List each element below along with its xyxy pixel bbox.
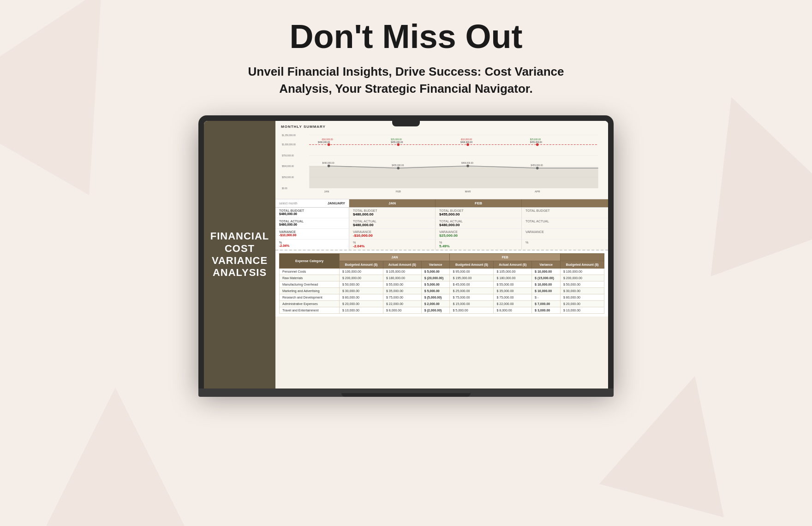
jan-variance-label: VARAIANCE xyxy=(353,230,431,233)
feb-budget-cell: $ 195,000.00 xyxy=(450,275,494,281)
feb-variance-cell: $ 10,000.00 xyxy=(532,281,561,287)
expense-table-section: Expense Category JAN FEB Budgeted Amount… xyxy=(275,251,608,317)
extra-budget-label: TOTAL BUDGET xyxy=(525,209,604,212)
jan-budget-value: $480,000.00 xyxy=(353,212,431,216)
feb-actual-cell: $ 55,000.00 xyxy=(494,281,532,287)
summary-data-row-3: VARIANCE -$10,000.00 VARAIANCE -$10,000.… xyxy=(275,229,608,239)
jan-actual-cell: $ 35,000.00 xyxy=(383,287,421,294)
svg-text:$750,000.00: $750,000.00 xyxy=(282,155,294,157)
expense-table-body: Personnel Costs $ 100,000.00 $ 105,000.0… xyxy=(280,268,604,313)
left-budget-value: $480,000.00 xyxy=(279,212,345,215)
jan-budget-cell: $ 80,000.00 xyxy=(340,294,383,300)
left-pct-label: % xyxy=(279,241,345,244)
feb-variance-col: Variance xyxy=(532,261,561,268)
svg-text:FEB: FEB xyxy=(396,190,401,193)
selected-month: JANUARY xyxy=(328,201,345,205)
svg-text:$455,000.00: $455,000.00 xyxy=(530,141,542,143)
jan-budget-cell: $ 100,000.00 xyxy=(340,268,383,275)
summary-data-row-1: TOTAL BUDGET $480,000.00 TOTAL BUDGET $4… xyxy=(275,208,608,218)
extra-col-header xyxy=(560,253,604,261)
extra-budget-cell: $ 30,000.00 xyxy=(560,287,604,294)
jan-budget-label: TOTAL BUDGET xyxy=(353,209,431,212)
feb-budget-cell: $ 25,000.00 xyxy=(450,287,494,294)
jan-actual-value: $480,000.00 xyxy=(353,223,431,227)
svg-text:$490,000.00: $490,000.00 xyxy=(318,141,330,143)
feb-actual-cell: TOTAL ACTUAL $480,000.00 xyxy=(436,218,522,229)
extra-budget-cell: $ 100,000.00 xyxy=(560,268,604,275)
feb-budget-cell: $ 15,000.00 xyxy=(450,300,494,307)
laptop-device: FINANCIALCOSTVARIANCEANALYSIS MONTHLY SU… xyxy=(198,115,614,397)
jan-variance-value: -$10,000.00 xyxy=(353,233,431,238)
jan-actual-cell: $ 8,000.00 xyxy=(383,307,421,313)
feb-actual-value: $480,000.00 xyxy=(439,223,518,227)
left-variance-label: VARIANCE xyxy=(279,230,345,233)
svg-text:$25,000.00: $25,000.00 xyxy=(530,138,541,141)
left-actual-cell: TOTAL ACTUAL $480,000.00 xyxy=(275,218,349,229)
extra-pct-cell: % xyxy=(522,239,608,250)
svg-text:$500,000.00: $500,000.00 xyxy=(282,165,294,167)
svg-point-23 xyxy=(397,143,400,146)
report-title: FINANCIALCOSTVARIANCEANALYSIS xyxy=(210,230,269,279)
extra-budget-cell: $ 80,000.00 xyxy=(560,294,604,300)
jan-budget-cell: $ 10,000.00 xyxy=(340,307,383,313)
svg-marker-13 xyxy=(309,166,598,188)
feb-actual-cell: $ 8,000.00 xyxy=(494,307,532,313)
extra-pct-label: % xyxy=(525,241,604,244)
jan-pct-value: -2.04% xyxy=(353,244,431,248)
left-pct-cell: % -2.04% xyxy=(275,239,349,250)
chart-area: MONTHLY SUMMARY $1,250,000.00 $1,000,000… xyxy=(275,121,608,199)
svg-text:JAN: JAN xyxy=(324,190,329,193)
category-cell: Manufacturing Overhead xyxy=(280,281,340,287)
jan-actual-cell: TOTAL ACTUAL $480,000.00 xyxy=(349,218,436,229)
svg-text:-$10,000.00: -$10,000.00 xyxy=(322,138,333,141)
feb-variance-label: VARAIANCE xyxy=(439,230,518,233)
chart-title: MONTHLY SUMMARY xyxy=(281,125,603,129)
right-panel: MONTHLY SUMMARY $1,250,000.00 $1,000,000… xyxy=(275,121,608,389)
category-cell: Marketing and Advertising xyxy=(280,287,340,294)
svg-text:$455,000.00: $455,000.00 xyxy=(392,164,404,167)
monthly-chart: $1,250,000.00 $1,000,000.00 $750,000.00 … xyxy=(281,131,603,195)
bg-decoration-3 xyxy=(46,388,185,526)
table-row: Travel and Entertainment $ 10,000.00 $ 8… xyxy=(280,307,604,313)
feb-variance-cell: VARAIANCE $25,000.00 xyxy=(436,229,522,239)
feb-actual-cell: $ 180,000.00 xyxy=(494,275,532,281)
feb-pct-cell: % 5.49% xyxy=(436,239,522,250)
svg-text:APR: APR xyxy=(535,190,540,193)
svg-point-14 xyxy=(328,165,330,167)
jan-budget-cell: $ 200,000.00 xyxy=(340,275,383,281)
category-cell: Travel and Entertainment xyxy=(280,307,340,313)
svg-text:$490,000.00: $490,000.00 xyxy=(460,141,472,143)
svg-text:$490,000.00: $490,000.00 xyxy=(322,162,334,164)
jan-header: JAN xyxy=(349,199,436,207)
svg-text:$1,250,000.00: $1,250,000.00 xyxy=(282,134,296,137)
feb-variance-cell: $ (15,000.00) xyxy=(532,275,561,281)
expense-table: Expense Category JAN FEB Budgeted Amount… xyxy=(279,253,604,314)
table-row: Personnel Costs $ 100,000.00 $ 105,000.0… xyxy=(280,268,604,275)
feb-actual-col: Actual Amount ($) xyxy=(494,261,532,268)
left-actual-value: $480,000.00 xyxy=(279,223,345,226)
select-month-label: select month xyxy=(279,202,298,205)
svg-text:-$10,000.00: -$10,000.00 xyxy=(460,138,472,141)
left-panel: FINANCIALCOSTVARIANCEANALYSIS xyxy=(204,121,275,389)
jan-variance-cell: $ 2,000.00 xyxy=(421,300,450,307)
svg-point-22 xyxy=(328,143,330,146)
feb-budget-label: TOTAL BUDGET xyxy=(439,209,518,212)
extra-actual-cell: TOTAL ACTUAL xyxy=(522,218,608,229)
jan-group-header: JAN xyxy=(340,253,450,261)
feb-actual-cell: $ 35,000.00 xyxy=(494,287,532,294)
extra-actual-label: TOTAL ACTUAL xyxy=(525,220,604,223)
svg-point-24 xyxy=(466,143,469,146)
feb-budget-cell: $ 75,000.00 xyxy=(450,294,494,300)
summary-data-row-4: % -2.04% % -2.04% % 5.49% xyxy=(275,239,608,251)
jan-actual-cell: $ 180,000.00 xyxy=(383,275,421,281)
jan-budget-cell: TOTAL BUDGET $480,000.00 xyxy=(349,208,436,218)
feb-variance-cell: $ - xyxy=(532,294,561,300)
page-subtitle: Unveil Financial Insights, Drive Success… xyxy=(226,63,586,97)
laptop-base xyxy=(198,389,614,397)
chart-container: $1,250,000.00 $1,000,000.00 $750,000.00 … xyxy=(281,131,603,195)
month-selector[interactable]: select month JANUARY xyxy=(275,199,349,207)
svg-point-17 xyxy=(536,167,539,169)
extra-variance-cell: VARAIANCE xyxy=(522,229,608,239)
page-title: Don't Miss Out xyxy=(289,18,522,55)
svg-text:$25,000.00: $25,000.00 xyxy=(391,138,402,141)
